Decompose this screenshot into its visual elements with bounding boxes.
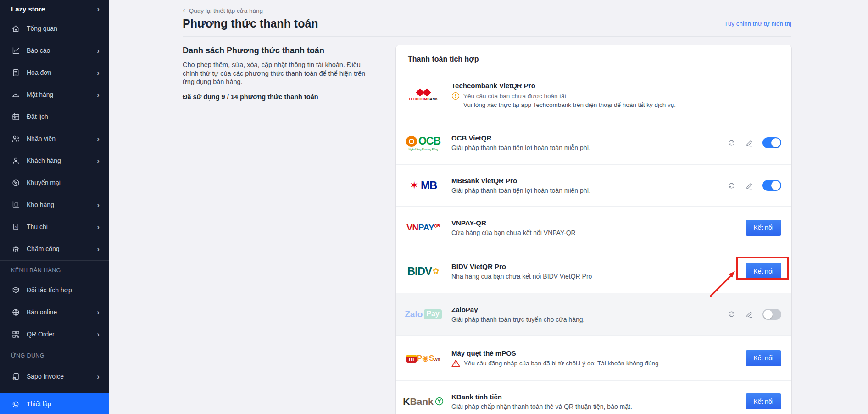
ocb-toggle[interactable]: [762, 137, 781, 148]
payment-description: Giải pháp thanh toán trực tuyến cho cửa …: [451, 316, 727, 323]
payment-row-bidv: BIDV✿ BIDV VietQR Pro Nhà hàng của bạn c…: [396, 249, 791, 293]
app-window: Lazy store › Tổng quan Báo cáo › Hóa đơn…: [0, 0, 868, 414]
chevron-right-icon: ›: [97, 373, 100, 380]
fingerprint-icon: [11, 244, 20, 253]
partner-icon: [11, 285, 20, 295]
warehouse-icon: [11, 200, 20, 209]
header-divider: [183, 36, 791, 37]
chevron-right-icon: ›: [97, 330, 100, 338]
chevron-right-icon: ›: [97, 69, 100, 77]
sidebar-section-apps: ỨNG DỤNG: [0, 346, 109, 365]
dish-icon: [11, 90, 20, 99]
kbank-logo: KBank: [406, 396, 440, 407]
refresh-icon[interactable]: [727, 181, 736, 190]
sidebar-item-sapo-invoice[interactable]: $ Sapo Invoice ›: [0, 365, 109, 387]
payment-name: VNPAY-QR: [451, 219, 746, 227]
payment-name: Máy quẹt thẻ mPOS: [451, 349, 746, 357]
intro-column: Danh sách Phương thức thanh toán Cho phé…: [183, 46, 375, 101]
intro-heading: Danh sách Phương thức thanh toán: [183, 46, 375, 56]
sidebar-item-bao-cao[interactable]: Báo cáo ›: [0, 39, 109, 62]
payment-description: Nhà hàng của bạn chưa kết nối BIDV VietQ…: [451, 273, 746, 280]
chevron-right-icon: ›: [97, 135, 100, 143]
zalopay-logo: ZaloPay: [406, 309, 440, 319]
payment-description: Giải pháp thanh toán tiện lợi hoàn toàn …: [451, 144, 727, 151]
sidebar-item-qr-order[interactable]: QR Order ›: [0, 323, 109, 345]
sidebar-section-sales: KÊNH BÁN HÀNG: [0, 261, 109, 279]
sidebar-item-thiet-lap[interactable]: Thiết lập: [0, 393, 109, 414]
sidebar-item-kho-hang[interactable]: Kho hàng ›: [0, 194, 109, 216]
connect-button-kbank[interactable]: Kết nối: [746, 393, 781, 409]
panel-title: Thanh toán tích hợp: [396, 45, 791, 70]
techcombank-logo: TECHCOMBANK: [406, 90, 440, 101]
staff-icon: [11, 134, 20, 143]
sidebar-item-ban-online[interactable]: Bán online ›: [0, 301, 109, 323]
payment-name: MBBank VietQR Pro: [451, 177, 727, 185]
payment-row-techcombank: TECHCOMBANK Techcombank VietQR Pro ! Yêu…: [396, 70, 791, 121]
status-text: Yêu cầu của bạn chưa được hoàn tất: [463, 92, 676, 101]
payment-name: BIDV VietQR Pro: [451, 263, 746, 270]
chevron-right-icon: ›: [97, 91, 100, 99]
sidebar-item-nhan-vien[interactable]: Nhân viên ›: [0, 128, 109, 150]
sidebar: Lazy store › Tổng quan Báo cáo › Hóa đơn…: [0, 0, 109, 414]
chevron-right-icon: ›: [97, 157, 100, 165]
sidebar-item-mat-hang[interactable]: Mặt hàng ›: [0, 84, 109, 106]
chevron-right-icon: ›: [97, 223, 100, 231]
connect-button-vnpay[interactable]: Kết nối: [746, 220, 781, 236]
bidv-logo: BIDV✿: [406, 265, 440, 278]
sidebar-item-thu-chi[interactable]: $ Thu chi ›: [0, 216, 109, 238]
customize-order-link[interactable]: Tùy chỉnh thứ tự hiển thị: [724, 20, 791, 27]
edit-icon[interactable]: [745, 138, 754, 147]
cashbook-icon: $: [11, 222, 20, 231]
payment-description: Giải pháp thanh toán tiện lợi hoàn toàn …: [451, 187, 727, 194]
edit-icon[interactable]: [745, 181, 754, 190]
payment-row-kbank: KBank KBank tính tiền Giải pháp chấp nhậ…: [396, 380, 791, 414]
qr-icon: [11, 330, 20, 339]
globe-icon: [11, 308, 20, 317]
chevron-right-icon: ›: [97, 308, 100, 316]
refresh-icon[interactable]: [727, 138, 736, 147]
payment-description: Cửa hàng của bạn chưa kết nối VNPAY-QR: [451, 229, 746, 236]
sidebar-item-cham-cong[interactable]: Chấm công ›: [0, 238, 109, 260]
kbank-leaf-icon: [435, 397, 444, 406]
invoice-icon: [11, 68, 20, 77]
chevron-left-icon: ‹: [183, 6, 185, 15]
home-icon: [11, 24, 20, 33]
chart-icon: [11, 46, 20, 55]
mbbank-toggle[interactable]: [762, 180, 781, 191]
warning-icon: !: [452, 92, 459, 100]
payment-name: Techcombank VietQR Pro: [451, 82, 781, 90]
vnpay-logo: VNPAYQR: [406, 223, 440, 233]
promotion-icon: [11, 178, 20, 187]
zalopay-toggle[interactable]: [762, 309, 781, 320]
store-switcher[interactable]: Lazy store ›: [0, 0, 109, 17]
sidebar-item-doi-tac-tich-hop[interactable]: Đối tác tích hợp: [0, 279, 109, 301]
page-title: Phương thức thanh toán: [183, 17, 318, 30]
payment-row-vnpay: VNPAYQR VNPAY-QR Cửa hàng của bạn chưa k…: [396, 206, 791, 249]
mbbank-logo: ✶MB: [406, 179, 440, 192]
payment-name: KBank tính tiền: [451, 393, 746, 401]
payment-row-ocb: OCB Ngân Hàng Phương Đông OCB VietQR Giả…: [396, 121, 791, 164]
sidebar-item-khach-hang[interactable]: Khách hàng ›: [0, 150, 109, 172]
chevron-right-icon: ›: [97, 201, 100, 209]
refresh-icon[interactable]: [727, 310, 736, 319]
mpos-logo: mP◉S.vn: [406, 353, 440, 363]
calendar-icon: [11, 112, 20, 121]
sidebar-item-dat-lich[interactable]: Đặt lịch: [0, 106, 109, 128]
payment-row-zalopay: ZaloPay ZaloPay Giải pháp thanh toán trự…: [396, 293, 791, 335]
connect-button-mpos[interactable]: Kết nối: [746, 350, 781, 366]
payment-name: OCB VietQR: [451, 134, 727, 142]
error-icon: [451, 359, 460, 367]
customer-icon: [11, 156, 20, 165]
store-name: Lazy store: [11, 5, 97, 13]
svg-text:$: $: [15, 225, 17, 229]
ocb-logo: OCB Ngân Hàng Phương Đông: [406, 135, 440, 151]
sidebar-item-tong-quan[interactable]: Tổng quan: [0, 17, 109, 39]
payment-description: Giải pháp chấp nhận thanh toán thẻ và QR…: [451, 403, 746, 410]
sidebar-item-khuyen-mai[interactable]: Khuyến mại: [0, 172, 109, 194]
connect-button-bidv[interactable]: Kết nối: [746, 263, 781, 279]
edit-icon[interactable]: [745, 310, 754, 319]
sidebar-item-hoa-don[interactable]: Hóa đơn ›: [0, 62, 109, 84]
chevron-right-icon: ›: [97, 47, 100, 55]
back-link[interactable]: ‹ Quay lại thiết lập cửa hàng: [183, 6, 263, 15]
payment-row-mbbank: ✶MB MBBank VietQR Pro Giải pháp thanh to…: [396, 164, 791, 206]
